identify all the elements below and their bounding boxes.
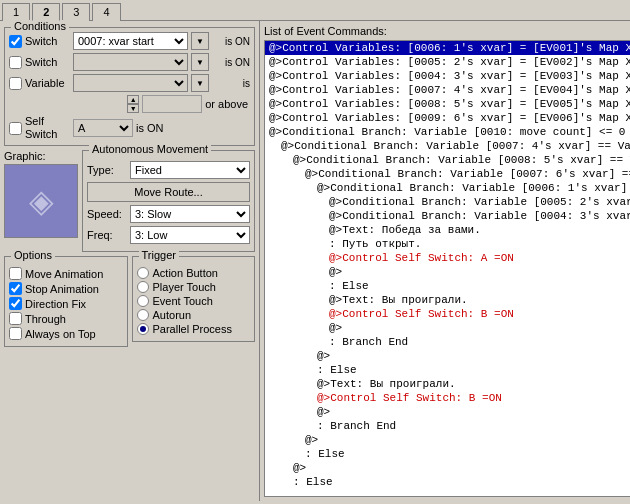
am-freq-label: Freq: xyxy=(87,229,127,241)
event-list-item[interactable]: @>Control Self Switch: A =ON xyxy=(265,251,630,265)
condition-3-select[interactable] xyxy=(73,74,188,92)
condition-1-suffix: is ON xyxy=(212,36,250,47)
am-speed-select[interactable]: 1: x8 Slower 2: x4 Slower 3: Slow xyxy=(130,205,250,223)
always-top-checkbox[interactable] xyxy=(9,327,22,340)
through-checkbox[interactable] xyxy=(9,312,22,325)
dir-fix-checkbox[interactable] xyxy=(9,297,22,310)
tab-1[interactable]: 1 xyxy=(2,3,30,21)
event-list-item[interactable]: @> xyxy=(265,433,630,447)
condition-2-checkbox[interactable] xyxy=(9,56,22,69)
trigger-event-touch: Event Touch xyxy=(137,295,251,307)
event-list-item[interactable]: @>Conditional Branch: Variable [0007: 4'… xyxy=(265,139,630,153)
condition-1-checkbox[interactable] xyxy=(9,35,22,48)
move-anim-checkbox[interactable] xyxy=(9,267,22,280)
event-list-item[interactable]: @>Control Self Switch: B =ON xyxy=(265,307,630,321)
event-list-item[interactable]: @>Control Variables: [0004: 3's xvar] = … xyxy=(265,69,630,83)
stop-anim-checkbox[interactable] xyxy=(9,282,22,295)
trigger-player-touch: Player Touch xyxy=(137,281,251,293)
condition-3-label: Variable xyxy=(25,77,70,89)
event-list-item[interactable]: @>Conditional Branch: Variable [0005: 2'… xyxy=(265,195,630,209)
condition-row-2: Switch ▼ is ON xyxy=(9,53,250,71)
self-switch-select[interactable]: A xyxy=(73,119,133,137)
tab-4[interactable]: 4 xyxy=(92,3,120,21)
stop-anim-label: Stop Animation xyxy=(25,283,99,295)
event-list-item[interactable]: @> xyxy=(265,265,630,279)
event-list-item[interactable]: : Branch End xyxy=(265,419,630,433)
event-list-item[interactable]: @> xyxy=(265,461,630,475)
event-list-item[interactable]: : Else xyxy=(265,447,630,461)
condition-1-label: Switch xyxy=(25,35,70,47)
graphic-movement-area: Graphic: ◈ Autonomous Movement Type: Fix… xyxy=(0,150,259,252)
trigger-action-btn: Action Button xyxy=(137,267,251,279)
tab-3[interactable]: 3 xyxy=(62,3,90,21)
graphic-diamond-icon: ◈ xyxy=(29,182,54,220)
player-touch-radio[interactable] xyxy=(137,281,149,293)
event-list[interactable]: @>Control Variables: [0006: 1's xvar] = … xyxy=(264,40,630,497)
event-list-item[interactable]: : Путь открыт. xyxy=(265,237,630,251)
condition-3-arrow[interactable]: ▼ xyxy=(191,74,209,92)
am-type-row: Type: Fixed Random Approach Custom xyxy=(87,161,250,179)
autonomous-movement-group: Autonomous Movement Type: Fixed Random A… xyxy=(82,150,255,252)
option-always-top: Always on Top xyxy=(9,327,123,340)
or-above-row: ▲ ▼ or above xyxy=(9,95,250,113)
condition-2-arrow[interactable]: ▼ xyxy=(191,53,209,71)
conditions-group: Conditions Switch 0007: xvar start ▼ is … xyxy=(4,27,255,146)
option-through: Through xyxy=(9,312,123,325)
event-list-item[interactable]: @>Control Variables: [0006: 1's xvar] = … xyxy=(265,41,630,55)
trigger-box: Trigger Action Button Player Touch Event… xyxy=(132,256,256,342)
spin-buttons[interactable]: ▲ ▼ xyxy=(127,95,139,113)
event-list-item[interactable]: @>Conditional Branch: Variable [0007: 6'… xyxy=(265,167,630,181)
through-label: Through xyxy=(25,313,66,325)
event-list-item[interactable]: : Branch End xyxy=(265,335,630,349)
parallel-label: Parallel Process xyxy=(153,323,232,335)
event-list-item[interactable]: @> xyxy=(265,321,630,335)
options-group: Options Move Animation Stop Animation Di… xyxy=(4,256,128,347)
spin-down[interactable]: ▼ xyxy=(127,104,139,113)
event-list-item[interactable]: @>Control Variables: [0007: 4's xvar] = … xyxy=(265,83,630,97)
am-freq-select[interactable]: 1: Lowest 2: Lower 3: Low xyxy=(130,226,250,244)
event-list-item[interactable]: @>Conditional Branch: Variable [0010: mo… xyxy=(265,125,630,139)
self-switch-checkbox[interactable] xyxy=(9,122,22,135)
autorun-radio[interactable] xyxy=(137,309,149,321)
graphic-preview[interactable]: ◈ xyxy=(4,164,78,238)
condition-1-arrow[interactable]: ▼ xyxy=(191,32,209,50)
event-list-item[interactable]: : Else xyxy=(265,363,630,377)
event-list-item[interactable]: @>Conditional Branch: Variable [0008: 5'… xyxy=(265,153,630,167)
player-touch-label: Player Touch xyxy=(153,281,216,293)
event-list-item[interactable]: @>Conditional Branch: Variable [0004: 3'… xyxy=(265,209,630,223)
autorun-label: Autorun xyxy=(153,309,192,321)
am-type-select[interactable]: Fixed Random Approach Custom xyxy=(130,161,250,179)
event-list-item[interactable]: @> xyxy=(265,349,630,363)
am-type-label: Type: xyxy=(87,164,127,176)
event-list-item[interactable]: @>Conditional Branch: Variable [0006: 1'… xyxy=(265,181,630,195)
event-list-item[interactable]: @>Text: Вы проиграли. xyxy=(265,293,630,307)
parallel-radio[interactable] xyxy=(137,323,149,335)
move-route-button[interactable]: Move Route... xyxy=(87,182,250,202)
event-touch-radio[interactable] xyxy=(137,295,149,307)
left-panel: Conditions Switch 0007: xvar start ▼ is … xyxy=(0,21,260,501)
trigger-label: Trigger xyxy=(139,249,179,261)
event-list-item[interactable]: @>Control Variables: [0009: 6's xvar] = … xyxy=(265,111,630,125)
condition-2-label: Switch xyxy=(25,56,70,68)
action-btn-radio[interactable] xyxy=(137,267,149,279)
condition-3-suffix: is xyxy=(212,78,250,89)
or-above-input[interactable] xyxy=(142,95,202,113)
tab-2[interactable]: 2 xyxy=(32,3,60,21)
options-box: Options Move Animation Stop Animation Di… xyxy=(4,256,128,347)
event-list-item[interactable]: @>Control Variables: [0005: 2's xvar] = … xyxy=(265,55,630,69)
event-list-item[interactable]: @>Text: Вы проиграли. xyxy=(265,377,630,391)
options-label: Options xyxy=(11,249,55,261)
event-list-item[interactable]: @> xyxy=(265,405,630,419)
event-list-item[interactable]: @>Control Self Switch: B =ON xyxy=(265,391,630,405)
event-list-item[interactable]: : Else xyxy=(265,279,630,293)
event-list-item[interactable]: @>Control Variables: [0008: 5's xvar] = … xyxy=(265,97,630,111)
trigger-parallel: Parallel Process xyxy=(137,323,251,335)
event-list-item[interactable]: @>Text: Победа за вами. xyxy=(265,223,630,237)
condition-1-select[interactable]: 0007: xvar start xyxy=(73,32,188,50)
event-list-item[interactable]: : Else xyxy=(265,475,630,489)
condition-3-checkbox[interactable] xyxy=(9,77,22,90)
spin-up[interactable]: ▲ xyxy=(127,95,139,104)
graphic-box: Graphic: ◈ xyxy=(4,150,78,252)
condition-2-select[interactable] xyxy=(73,53,188,71)
option-dir-fix: Direction Fix xyxy=(9,297,123,310)
